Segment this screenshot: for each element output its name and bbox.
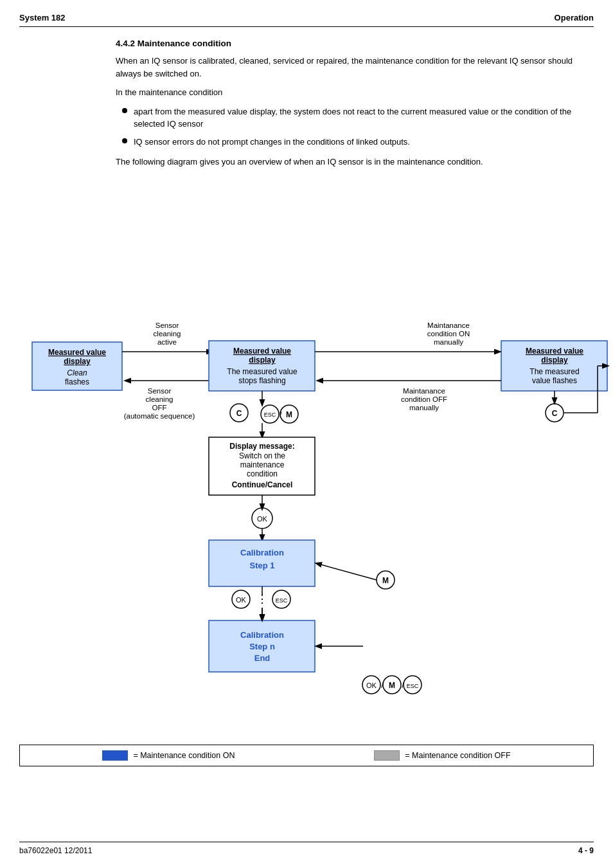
legend-item-on: = Maintenance condition ON [102,750,235,761]
bullet-dot-2 [122,138,127,143]
arrow-m-to-cal [316,563,377,580]
diagram-svg-lower: Calibration Step n End OK / M / ESC [19,608,613,736]
c-button-center-label: C [236,409,242,418]
display-msg-line1: Switch on the [239,451,285,460]
footer-left: ba76022e01 12/2011 [19,846,92,855]
sensor-cleaning-off-label: Sensor [148,387,172,395]
sensor-cleaning-active-label: Sensor [155,321,179,329]
section-title: 4.4.2 Maintenance condition [116,39,581,48]
m-button-right-label: M [382,576,389,585]
bullet-dot-1 [122,108,127,113]
esc-button-step1-label: ESC [276,597,288,604]
sensor-cleaning-off-label3: OFF [152,404,167,411]
bullet-text-2: IQ sensor errors do not prompt changes i… [134,136,410,149]
cal-step1-sub: Step 1 [249,561,274,570]
sensor-cleaning-active-label2: cleaning [154,330,181,338]
sensor-cleaning-active-label3: active [157,338,177,346]
footer-right: 4 - 9 [578,846,594,855]
bullet-list: apart from the measured value display, t… [122,105,581,149]
ok-button-step1-label: OK [236,596,247,604]
header-right: Operation [555,13,594,23]
main-content: 4.4.2 Maintenance condition When an IQ s… [19,39,594,168]
display-msg-line4: Continue/Cancel [232,480,293,489]
mv-display-left-title: Measured value [48,348,106,357]
intro-para-3: The following diagram gives you an overv… [116,156,581,168]
c-button-right-label: C [552,409,558,418]
mv-display-left-flashes: flashes [65,377,89,386]
legend-swatch-off [374,750,400,761]
bullet-text-1: apart from the measured value display, t… [134,105,581,131]
cal-stepn-title: Calibration [240,630,284,640]
m-button-stepn-label: M [389,681,395,690]
intro-para-1: When an IQ sensor is calibrated, cleaned… [116,55,581,80]
maint-off-manually-label: Maintanance [403,387,445,395]
header: System 182 Operation [19,13,594,27]
mv-display-center-sub2: stops flashing [238,376,285,385]
legend-box: = Maintenance condition ON = Maintenance… [19,745,594,766]
cal-stepn-sub1: Step n [249,642,275,651]
mv-display-right-title2: display [541,356,568,365]
mv-display-center-title2: display [249,356,276,365]
maint-off-manually-label2: condition OFF [401,395,447,403]
display-msg-line2: maintenance [240,460,285,469]
cal-step1-title: Calibration [240,548,284,557]
maint-off-manually-label3: manually [409,404,439,411]
esc-button-label: ESC [264,411,276,418]
diagram-area: Measured value display Clean flashes Sen… [19,181,594,766]
legend-off-label: = Maintenance condition OFF [405,751,510,760]
page: System 182 Operation 4.4.2 Maintenance c… [0,0,613,868]
mv-display-right-title: Measured value [526,347,583,356]
ok-button-main-label: OK [257,515,268,523]
mv-display-right-sub2: value flashes [532,376,577,385]
display-msg-line3: condition [247,469,278,478]
legend-on-label: = Maintenance condition ON [133,751,235,760]
bullet-item-1: apart from the measured value display, t… [122,105,581,131]
footer: ba76022e01 12/2011 4 - 9 [19,842,594,855]
legend-swatch-on [102,750,128,761]
maint-on-manually-label: Maintanance [427,321,470,329]
cal-stepn-sub2: End [254,653,271,663]
mv-display-center-sub1: The measured value [227,367,298,376]
mv-display-left-sub: Clean [67,368,87,377]
ok-button-stepn-label: OK [366,682,377,689]
mv-display-left-title2: display [64,357,91,366]
maint-on-manually-label3: manually [434,338,463,346]
section-heading: Maintenance condition [138,39,231,48]
mv-display-right-sub1: The measured [529,367,579,376]
display-msg-title: Display message: [229,442,294,451]
intro-para-2: In the maintenance condition [116,86,581,99]
legend-item-off: = Maintenance condition OFF [374,750,510,761]
diagram-svg: Measured value display Clean flashes Sen… [19,181,613,619]
esc-button-stepn-label: ESC [407,683,419,689]
maint-on-manually-label2: condition ON [427,330,470,338]
sensor-cleaning-off-label2: cleaning [146,395,173,403]
mv-display-center-title: Measured value [233,347,291,356]
sensor-cleaning-off-label4: (automatic sequence) [124,412,195,420]
bullet-item-2: IQ sensor errors do not prompt changes i… [122,136,581,149]
header-left: System 182 [19,13,66,23]
section-number: 4.4.2 [116,39,135,48]
m-button-center-label: M [286,410,292,419]
